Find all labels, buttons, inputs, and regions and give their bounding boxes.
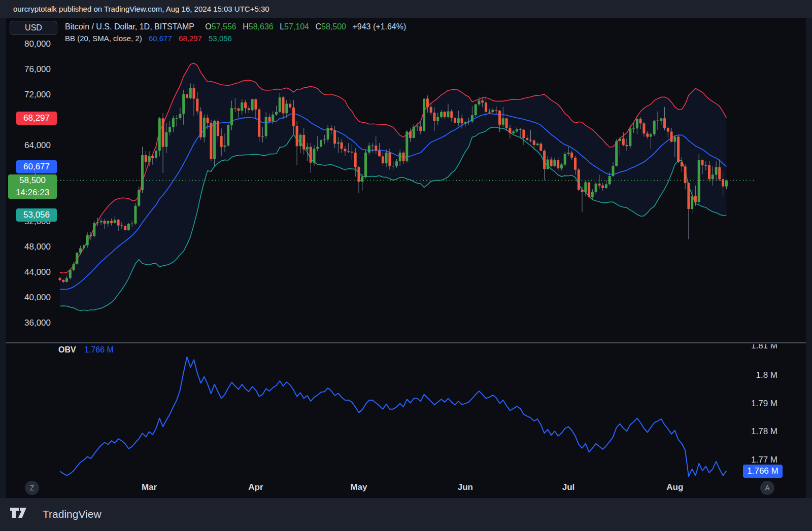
candle[interactable] bbox=[670, 132, 673, 142]
candle[interactable] bbox=[433, 113, 435, 121]
candle[interactable] bbox=[557, 160, 559, 168]
pane-divider[interactable] bbox=[6, 342, 806, 343]
candle[interactable] bbox=[330, 128, 332, 130]
candle[interactable] bbox=[708, 165, 710, 180]
candle[interactable] bbox=[320, 140, 322, 147]
candle[interactable] bbox=[176, 118, 178, 119]
candle[interactable] bbox=[601, 186, 604, 188]
candle[interactable] bbox=[310, 147, 312, 163]
candle[interactable] bbox=[344, 149, 346, 151]
candle[interactable] bbox=[371, 146, 374, 146]
candle[interactable] bbox=[189, 88, 192, 98]
candle[interactable] bbox=[639, 119, 642, 124]
candle[interactable] bbox=[354, 153, 357, 167]
candle[interactable] bbox=[151, 156, 154, 158]
candle[interactable] bbox=[289, 104, 291, 108]
candle[interactable] bbox=[73, 264, 75, 270]
candle[interactable] bbox=[598, 184, 600, 186]
candle[interactable] bbox=[642, 123, 645, 133]
candle[interactable] bbox=[440, 112, 443, 117]
candle[interactable] bbox=[536, 144, 539, 145]
candle[interactable] bbox=[361, 176, 363, 182]
candle[interactable] bbox=[141, 155, 144, 190]
candle[interactable] bbox=[478, 100, 480, 104]
candle[interactable] bbox=[667, 128, 669, 132]
candle[interactable] bbox=[89, 235, 92, 236]
candle[interactable] bbox=[227, 125, 229, 146]
candle[interactable] bbox=[104, 221, 106, 224]
candle[interactable] bbox=[79, 249, 82, 253]
candle[interactable] bbox=[578, 170, 580, 190]
candle[interactable] bbox=[461, 118, 463, 123]
candle[interactable] bbox=[547, 160, 549, 169]
candle[interactable] bbox=[392, 166, 394, 166]
candle[interactable] bbox=[663, 118, 666, 128]
candle[interactable] bbox=[337, 143, 340, 144]
candle[interactable] bbox=[69, 270, 72, 278]
candle[interactable] bbox=[110, 221, 113, 223]
candle[interactable] bbox=[172, 118, 175, 127]
candle[interactable] bbox=[193, 88, 195, 98]
candle[interactable] bbox=[327, 128, 329, 139]
candle[interactable] bbox=[134, 206, 137, 224]
candle[interactable] bbox=[436, 117, 439, 121]
candle[interactable] bbox=[114, 220, 116, 223]
candle[interactable] bbox=[261, 136, 264, 136]
candle[interactable] bbox=[619, 138, 621, 141]
candle[interactable] bbox=[96, 222, 99, 223]
candle[interactable] bbox=[86, 235, 89, 245]
candle[interactable] bbox=[254, 99, 257, 110]
candle[interactable] bbox=[704, 165, 707, 166]
candle[interactable] bbox=[509, 128, 511, 133]
candle[interactable] bbox=[165, 132, 167, 147]
candle[interactable] bbox=[447, 112, 450, 117]
candle[interactable] bbox=[646, 133, 649, 136]
candle[interactable] bbox=[526, 138, 528, 140]
candle[interactable] bbox=[502, 118, 504, 125]
candle[interactable] bbox=[605, 184, 607, 188]
candle[interactable] bbox=[653, 121, 656, 134]
candle[interactable] bbox=[471, 115, 473, 122]
candle[interactable] bbox=[213, 121, 216, 159]
candle[interactable] bbox=[302, 135, 305, 150]
candle[interactable] bbox=[498, 111, 501, 125]
candle[interactable] bbox=[584, 183, 587, 192]
candle[interactable] bbox=[306, 147, 309, 150]
candle[interactable] bbox=[423, 99, 425, 131]
timezone-button[interactable]: Z bbox=[25, 481, 39, 495]
candle[interactable] bbox=[608, 176, 611, 184]
candle[interactable] bbox=[292, 108, 295, 126]
candle[interactable] bbox=[595, 184, 597, 192]
candle[interactable] bbox=[505, 118, 508, 128]
candle[interactable] bbox=[553, 160, 556, 166]
candle[interactable] bbox=[258, 110, 260, 137]
candle[interactable] bbox=[323, 139, 326, 140]
candle[interactable] bbox=[701, 160, 704, 165]
currency-button[interactable]: USD bbox=[10, 21, 57, 35]
candle[interactable] bbox=[581, 190, 584, 192]
candle[interactable] bbox=[316, 147, 319, 149]
candle[interactable] bbox=[550, 160, 553, 166]
candle[interactable] bbox=[224, 146, 226, 147]
candle[interactable] bbox=[313, 149, 316, 163]
candle[interactable] bbox=[673, 137, 676, 142]
candle[interactable] bbox=[570, 153, 573, 158]
candle[interactable] bbox=[76, 253, 78, 264]
candle[interactable] bbox=[299, 135, 301, 147]
candle[interactable] bbox=[698, 160, 700, 202]
candle[interactable] bbox=[251, 99, 254, 110]
candle[interactable] bbox=[467, 122, 470, 122]
candle[interactable] bbox=[62, 280, 64, 282]
candle[interactable] bbox=[375, 146, 377, 151]
candle[interactable] bbox=[475, 104, 477, 115]
candle[interactable] bbox=[533, 140, 535, 145]
candle[interactable] bbox=[725, 181, 728, 187]
tradingview-logo-icon[interactable] bbox=[10, 508, 30, 521]
candle[interactable] bbox=[127, 224, 130, 230]
candle[interactable] bbox=[687, 183, 690, 209]
candle[interactable] bbox=[485, 102, 487, 112]
candle[interactable] bbox=[217, 121, 219, 136]
candle[interactable] bbox=[388, 153, 391, 166]
candle[interactable] bbox=[588, 183, 590, 197]
indicator-name[interactable]: BB (20, SMA, close, 2) bbox=[65, 34, 142, 43]
